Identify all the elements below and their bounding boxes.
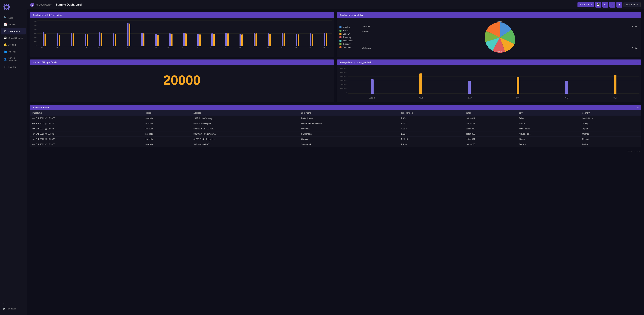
weekday-dist-title: Distribution by Weekday	[340, 14, 363, 16]
add-panel-button[interactable]: + Add Panel	[578, 2, 594, 7]
bar-blue	[43, 32, 44, 46]
table-cell-address: 61205 South Bridge h...	[192, 137, 299, 142]
bar-group	[164, 21, 178, 46]
table-cell-app-name: Hordehug	[299, 126, 399, 131]
legend-color-tuesday	[340, 43, 342, 45]
bar-group	[290, 21, 304, 46]
job-dist-actions[interactable]: ^	[330, 14, 332, 16]
time-range-selector[interactable]: Last 1 Hr ▼	[624, 2, 641, 7]
table-cell--index: test-data	[143, 121, 192, 126]
legend-color-friday	[340, 30, 342, 32]
latency-label: HEAD	[467, 97, 472, 99]
bar-group	[178, 21, 192, 46]
table-row[interactable]: Nov 3rd, 2023 @ 15:58:57test-data61205 S…	[30, 137, 641, 142]
raw-events-chevron[interactable]: ^	[638, 106, 638, 109]
pie-chart-svg	[483, 21, 517, 54]
bar-group	[52, 21, 65, 46]
feedback-link[interactable]: 💬 Feedback	[3, 306, 24, 311]
unique-emails-value: 20000	[32, 67, 332, 94]
latency-bar-group	[396, 68, 445, 94]
bar-orange	[101, 33, 102, 46]
save-icon: 💾	[596, 3, 600, 6]
refresh-button[interactable]: ↻	[610, 2, 615, 8]
breadcrumb-separator: >	[53, 3, 54, 6]
bar-orange	[58, 35, 60, 46]
bar-blue	[254, 33, 255, 46]
avg-latency-header: Average latency by http_method ^	[337, 60, 641, 65]
alerting-icon: 🔔	[4, 43, 7, 46]
table-cell-app-version: 2.3.10	[399, 142, 464, 147]
legend-color-sunday	[340, 33, 342, 35]
legend-label-friday: Friday	[343, 30, 348, 32]
table-cell-batch: batch-934	[464, 137, 517, 142]
table-cell-country: Bolivia	[580, 142, 641, 147]
latency-label-container: PATCH	[542, 94, 591, 102]
col-index: _index	[143, 110, 192, 116]
latency-bar-group	[445, 68, 494, 94]
bar-label-container: Internal	[52, 47, 65, 55]
table-row[interactable]: Nov 3rd, 2023 @ 15:58:57test-data1437 So…	[30, 116, 641, 121]
bar-group	[122, 21, 136, 46]
legend-label-monday: Monday	[343, 26, 350, 29]
latency-bar-wrapper	[517, 68, 519, 94]
bar-group	[206, 21, 220, 46]
latency-label-container: GET	[591, 94, 640, 102]
latency-bar-group	[542, 68, 591, 94]
table-cell-app-name: Salmondoes	[299, 131, 399, 137]
sidebar-item-logs[interactable]: 🔍 Logs	[1, 15, 26, 21]
weekday-dist-header: Distribution by Weekday ^	[337, 12, 641, 18]
theme-toggle[interactable]: ☀	[3, 302, 24, 306]
bar-orange	[284, 34, 285, 46]
unique-emails-actions[interactable]: ^	[330, 61, 332, 64]
unique-emails-chevron[interactable]: ^	[330, 61, 332, 64]
table-cell-country: Turkey	[580, 121, 641, 126]
sidebar-item-dashboards[interactable]: ⊞ Dashboards	[1, 28, 26, 35]
legend-saturday: Saturday	[340, 46, 358, 49]
live-tail-icon: ⏱	[4, 65, 7, 68]
weekday-chevron[interactable]: ^	[638, 14, 638, 16]
back-button[interactable]: ❮	[30, 3, 34, 7]
table-row[interactable]: Nov 3rd, 2023 @ 15:58:57test-data541 Cau…	[30, 121, 641, 126]
latency-bar-wrapper	[420, 68, 422, 94]
time-dropdown-icon: ▼	[636, 3, 638, 6]
bar-label-container: Principal	[276, 47, 290, 55]
sidebar-item-minion-searches[interactable]: 👤 Minion Searches	[1, 55, 26, 63]
bar-label-container: Human	[192, 47, 206, 55]
bar-blue	[141, 33, 142, 46]
bar-label: Legacy	[295, 47, 300, 49]
sidebar-item-metrics[interactable]: 📈 Metrics	[1, 21, 26, 28]
job-x-labels: CorporateInternalDirectLeadProductCentra…	[38, 47, 332, 55]
page-title: Sample Dashboard	[56, 3, 82, 7]
weekday-dist-actions[interactable]: ^	[638, 14, 638, 16]
sidebar-item-alerting[interactable]: 🔔 Alerting	[1, 42, 26, 48]
settings-button[interactable]: ⚙	[602, 2, 608, 8]
bar-label-container: Senior	[262, 47, 276, 55]
sidebar-item-live-tail[interactable]: ⏱ Live Tail	[1, 64, 26, 70]
table-row[interactable]: Nov 3rd, 2023 @ 15:58:57test-data895 Nor…	[30, 126, 641, 131]
save-button[interactable]: 💾	[595, 2, 601, 8]
avg-latency-actions[interactable]: ^	[638, 61, 638, 64]
bar-label-container: Lead	[80, 47, 94, 55]
sidebar-item-my-org[interactable]: 👥 My Org	[1, 48, 26, 55]
bar-label-container: District	[305, 47, 318, 55]
all-dashboards-link[interactable]: All Dashboards	[36, 3, 52, 6]
table-row[interactable]: Nov 3rd, 2023 @ 15:58:57test-data596 Jen…	[30, 142, 641, 147]
dropdown-button[interactable]: ▼	[616, 2, 622, 8]
logs-icon: 🔍	[4, 16, 7, 19]
job-dist-title: Distribution by Job Description	[32, 14, 62, 16]
weekday-dist-panel: Distribution by Weekday ^ Monday	[336, 12, 641, 57]
y-axis: 1,800 1,500 1,200 900 600 300 0	[30, 21, 38, 46]
latency-label: GET	[614, 97, 617, 99]
avg-latency-chevron[interactable]: ^	[638, 61, 638, 64]
latency-bar-wrapper	[565, 68, 568, 94]
bar-group	[276, 21, 290, 46]
bar-blue	[99, 33, 100, 46]
job-dist-chevron[interactable]: ^	[330, 14, 332, 16]
col-address: address	[192, 110, 299, 116]
table-row[interactable]: Nov 3rd, 2023 @ 15:58:57test-data331 Wes…	[30, 131, 641, 137]
col-country: country	[580, 110, 641, 116]
sidebar-nav: 🔍 Logs 📈 Metrics ⊞ Dashboards 💾 Saved Qu…	[0, 15, 27, 300]
raw-events-actions[interactable]: ^	[638, 106, 638, 109]
sidebar-item-saved-queries[interactable]: 💾 Saved Queries	[1, 35, 26, 41]
bar-group	[108, 21, 122, 46]
